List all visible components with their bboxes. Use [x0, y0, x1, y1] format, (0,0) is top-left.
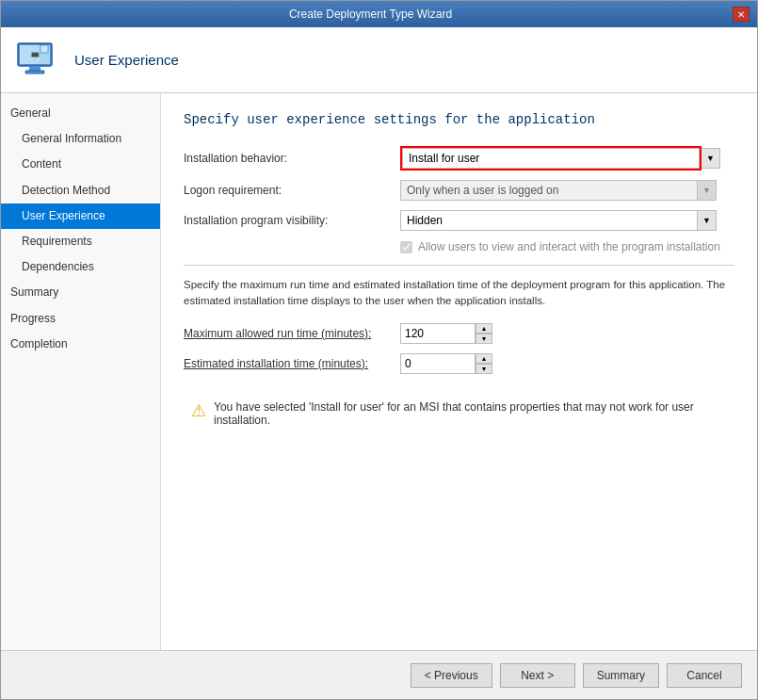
runtime-description: Specify the maximum run time and estimat… [184, 277, 734, 310]
sidebar-item-requirements[interactable]: Requirements [1, 229, 160, 254]
max-run-time-down[interactable]: ▼ [476, 334, 492, 344]
svg-rect-4 [40, 45, 48, 53]
installation-visibility-control: Hidden ▼ [400, 210, 734, 231]
installation-visibility-value[interactable]: Hidden [400, 210, 698, 231]
max-run-time-up[interactable]: ▲ [476, 323, 492, 334]
installation-visibility-label: Installation program visibility: [184, 214, 400, 227]
max-run-time-row: Maximum allowed run time (minutes): ▲ ▼ [184, 323, 734, 344]
max-run-time-control: ▲ ▼ [400, 323, 492, 344]
estimated-time-label: Estimated installation time (minutes): [184, 357, 400, 370]
estimated-time-input[interactable] [400, 353, 476, 374]
window-title: Create Deployment Type Wizard [8, 8, 733, 21]
sidebar-item-user-experience[interactable]: User Experience [1, 203, 160, 229]
sidebar-item-general[interactable]: General [1, 101, 160, 126]
sidebar-item-summary[interactable]: Summary [1, 280, 160, 305]
logon-requirement-value: Only when a user is logged on [400, 180, 698, 201]
warning-icon: ⚠ [191, 400, 206, 421]
logon-requirement-label: Logon requirement: [184, 184, 400, 197]
sidebar-item-progress[interactable]: Progress [1, 306, 160, 332]
installation-visibility-dropdown-arrow[interactable]: ▼ [698, 210, 717, 231]
estimated-time-spinner: ▲ ▼ [476, 353, 492, 374]
previous-button[interactable]: < Previous [411, 663, 492, 688]
sidebar-item-dependencies[interactable]: Dependencies [1, 254, 160, 280]
next-button[interactable]: Next > [500, 663, 575, 688]
estimated-time-down[interactable]: ▼ [476, 364, 492, 374]
installation-behavior-value[interactable]: Install for user [402, 148, 700, 169]
close-button[interactable]: ✕ [733, 7, 750, 22]
installation-visibility-row: Installation program visibility: Hidden … [184, 210, 734, 231]
sidebar-item-content[interactable]: Content [1, 152, 160, 177]
allow-users-checkbox [400, 241, 412, 253]
allow-users-checkbox-row: Allow users to view and interact with th… [400, 240, 734, 253]
installation-behavior-row: Installation behavior: Install for user … [184, 146, 734, 171]
warning-area: ⚠ You have selected 'Install for user' f… [184, 393, 734, 434]
page-title: Specify user experience settings for the… [184, 112, 734, 127]
installation-behavior-label: Installation behavior: [184, 152, 400, 165]
installation-behavior-control: Install for user ▼ [400, 146, 734, 171]
wizard-window: Create Deployment Type Wizard ✕ 💻 User E… [0, 0, 758, 700]
max-run-time-spinner: ▲ ▼ [476, 323, 492, 344]
wizard-header-icon: 💻 [16, 38, 61, 83]
estimated-time-control: ▲ ▼ [400, 353, 492, 374]
svg-rect-3 [25, 71, 44, 73]
cancel-button[interactable]: Cancel [667, 663, 742, 688]
divider [184, 265, 734, 266]
installation-behavior-dropdown-arrow[interactable]: ▼ [702, 148, 720, 169]
sidebar: General General Information Content Dete… [1, 93, 161, 650]
max-run-time-label: Maximum allowed run time (minutes): [184, 327, 400, 340]
allow-users-label: Allow users to view and interact with th… [418, 240, 720, 253]
logon-requirement-control: Only when a user is logged on ▼ [400, 180, 734, 201]
summary-button[interactable]: Summary [583, 663, 659, 688]
logon-requirement-dropdown-arrow: ▼ [698, 180, 717, 201]
main-content: Specify user experience settings for the… [161, 93, 757, 650]
svg-rect-2 [29, 66, 40, 71]
sidebar-item-detection-method[interactable]: Detection Method [1, 178, 160, 203]
sidebar-item-general-information[interactable]: General Information [1, 126, 160, 152]
estimated-time-row: Estimated installation time (minutes): ▲… [184, 353, 734, 374]
sidebar-item-completion[interactable]: Completion [1, 332, 160, 357]
wizard-body: General General Information Content Dete… [1, 93, 757, 650]
svg-text:💻: 💻 [29, 49, 41, 61]
warning-text: You have selected 'Install for user' for… [214, 400, 727, 427]
logon-requirement-row: Logon requirement: Only when a user is l… [184, 180, 734, 201]
title-bar: Create Deployment Type Wizard ✕ [1, 1, 757, 27]
wizard-header-title: User Experience [74, 52, 179, 68]
footer: < Previous Next > Summary Cancel [1, 650, 757, 699]
max-run-time-input[interactable] [400, 323, 476, 344]
estimated-time-up[interactable]: ▲ [476, 353, 492, 364]
wizard-header: 💻 User Experience [1, 27, 757, 93]
